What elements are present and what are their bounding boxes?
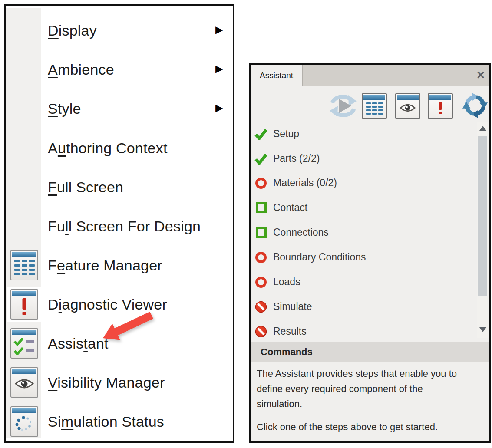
label-text: isplay xyxy=(59,22,97,39)
menu-item-simulation-status[interactable]: Simulation Status xyxy=(6,404,233,439)
label-text: A xyxy=(48,140,58,156)
menu-item-ambience[interactable]: Ambience ▶ xyxy=(6,52,233,87)
simulation-status-icon xyxy=(10,406,38,437)
panel-tab-bar: Assistant × xyxy=(251,65,489,86)
mnemonic-underline: t xyxy=(83,335,88,352)
commands-header-label: Commands xyxy=(251,342,489,362)
list-bar-glyph xyxy=(26,349,34,352)
assistant-hint: Click one of the steps above to get star… xyxy=(257,422,485,433)
mnemonic-underline: e xyxy=(57,257,65,273)
step-label: Connections xyxy=(273,227,329,238)
mnemonic-underline: m xyxy=(61,413,74,430)
menu-item-label: Authoring Context xyxy=(48,140,168,157)
close-icon[interactable]: × xyxy=(477,66,485,84)
submenu-arrow-icon: ▶ xyxy=(215,24,223,36)
step-parts[interactable]: Parts (2/2) xyxy=(253,146,472,171)
window-titlebar xyxy=(12,408,36,413)
list-bar-glyph xyxy=(26,340,34,343)
green-square-icon xyxy=(256,202,267,213)
menu-item-feature-manager[interactable]: Feature Manager xyxy=(6,248,233,283)
label-text: Si xyxy=(48,413,61,430)
window-titlebar xyxy=(397,95,419,100)
mnemonic-underline: u xyxy=(58,140,66,156)
table-rows-glyph xyxy=(14,260,35,275)
exclamation-glyph xyxy=(439,102,442,110)
label-text: ant xyxy=(88,335,109,352)
step-simulate[interactable]: Simulate xyxy=(253,294,472,319)
mnemonic-underline: F xyxy=(48,179,57,195)
assistant-panel: Assistant × xyxy=(249,63,491,443)
mnemonic-underline: i xyxy=(59,296,62,313)
red-ring-icon xyxy=(255,252,267,263)
diagnostic-viewer-button[interactable] xyxy=(428,93,453,119)
tab-assistant[interactable]: Assistant xyxy=(251,65,303,86)
exclamation-glyph xyxy=(23,298,26,310)
green-square-icon xyxy=(256,227,267,238)
ban-icon xyxy=(255,326,267,337)
eye-icon xyxy=(15,378,34,392)
scrollbar-thumb[interactable] xyxy=(478,136,487,296)
step-boundary-conditions[interactable]: Boundary Conditions xyxy=(253,245,472,270)
label-text: ulation Status xyxy=(73,413,164,430)
scroll-up-icon[interactable] xyxy=(479,126,486,131)
step-results[interactable]: Results xyxy=(253,319,472,344)
eye-icon xyxy=(400,103,416,115)
label-text: Fu xyxy=(48,218,65,234)
screenshot-stage: Display ▶ Ambience ▶ Style ▶ Authoring C… xyxy=(0,0,492,448)
scroll-down-icon[interactable] xyxy=(479,327,486,332)
step-connections[interactable]: Connections xyxy=(253,220,472,245)
menu-item-label: Visibility Manager xyxy=(48,374,165,391)
menu-item-label: Full Screen For Design xyxy=(48,218,201,235)
mnemonic-underline: S xyxy=(48,100,58,117)
label-text: ull Screen xyxy=(57,179,123,195)
green-check-icon xyxy=(254,128,267,140)
scrollbar[interactable] xyxy=(477,122,489,338)
feature-manager-button[interactable] xyxy=(362,93,387,119)
refresh-icon[interactable] xyxy=(462,92,489,119)
visibility-manager-button[interactable] xyxy=(395,93,420,119)
window-titlebar xyxy=(429,95,451,100)
mnemonic-underline: A xyxy=(48,61,58,78)
label-text: Assis xyxy=(48,335,83,352)
step-label: Boundary Conditions xyxy=(273,251,366,263)
menu-item-label: Style xyxy=(48,100,81,117)
menu-item-assistant[interactable]: Assistant xyxy=(6,326,233,361)
step-loads[interactable]: Loads xyxy=(253,270,472,294)
window-titlebar xyxy=(363,95,385,100)
step-label: Setup xyxy=(273,128,299,140)
label-text: isibility Manager xyxy=(57,374,165,391)
submenu-arrow-icon: ▶ xyxy=(215,63,223,75)
mnemonic-underline: V xyxy=(48,374,57,391)
menu-item-visibility-manager[interactable]: Visibility Manager xyxy=(6,365,233,400)
mnemonic-underline: l xyxy=(65,218,69,234)
label-text: agnostic Viewer xyxy=(62,296,167,313)
visibility-manager-icon xyxy=(10,367,38,398)
feature-manager-icon xyxy=(10,250,38,280)
menu-item-label: Diagnostic Viewer xyxy=(48,296,167,313)
status-dots-glyph xyxy=(15,415,34,435)
window-titlebar xyxy=(12,252,36,257)
label-text: ature Manager xyxy=(65,257,162,273)
menu-item-full-screen-for-design[interactable]: Full Screen For Design xyxy=(6,209,233,244)
run-simulation-icon xyxy=(328,92,358,119)
label-text: D xyxy=(48,296,59,313)
menu-item-display[interactable]: Display ▶ xyxy=(6,13,233,48)
green-check-glyph xyxy=(13,347,24,355)
step-contact[interactable]: Contact xyxy=(253,195,472,220)
step-label: Results xyxy=(273,326,307,337)
step-setup[interactable]: Setup xyxy=(253,122,472,146)
green-check-glyph xyxy=(13,337,24,346)
menu-item-label: Full Screen xyxy=(48,179,123,196)
step-label: Materials (0/2) xyxy=(273,177,337,189)
menu-item-diagnostic-viewer[interactable]: Diagnostic Viewer xyxy=(6,287,233,322)
menu-item-full-screen[interactable]: Full Screen xyxy=(6,170,233,204)
menu-item-authoring-context[interactable]: Authoring Context xyxy=(6,131,233,165)
label-text: tyle xyxy=(58,100,81,117)
submenu-arrow-icon: ▶ xyxy=(215,102,223,114)
label-text: l Screen For Design xyxy=(69,218,201,234)
exclamation-dot xyxy=(23,312,26,315)
green-check-icon xyxy=(254,153,267,165)
menu-item-style[interactable]: Style ▶ xyxy=(6,91,233,126)
window-titlebar xyxy=(12,369,36,374)
step-materials[interactable]: Materials (0/2) xyxy=(253,171,472,195)
